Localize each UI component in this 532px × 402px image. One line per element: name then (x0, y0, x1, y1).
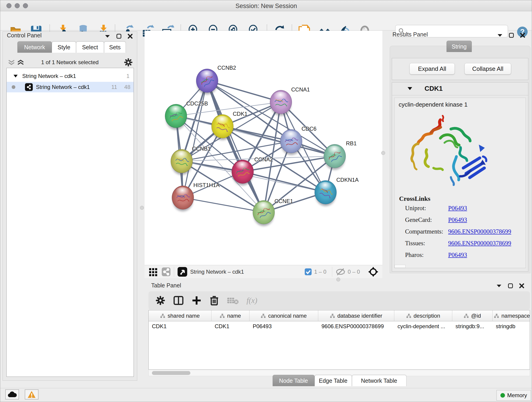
network-canvas[interactable]: CCNB2CCNA1CDC25BCDK1CDC6RB1CCNB1CCNA2CDK… (145, 31, 382, 265)
node-gloss (174, 151, 188, 159)
statusbar-separator (174, 267, 174, 277)
column-header-description[interactable]: description (394, 310, 452, 321)
cloud-tasks-button[interactable] (5, 389, 19, 400)
results-panel-title: Results Panel (393, 31, 428, 38)
crosslink-label: Pharos: (405, 251, 424, 259)
column-header-label: name (227, 313, 241, 319)
node-CDK1[interactable] (211, 114, 234, 138)
node-CCNB1[interactable] (171, 149, 193, 173)
table-row[interactable]: CDK1CDK1P064939606.ENSP00000378699cyclin… (149, 321, 530, 332)
memory-button[interactable]: Memory (496, 390, 531, 401)
node-CDC25B[interactable] (165, 104, 187, 128)
network-selected-text: 1 of 1 Network selected (3, 59, 137, 65)
tab-network-table[interactable]: Network Table (352, 375, 406, 386)
cytoscape-window: Session: New Session (0, 0, 532, 402)
node-HIST1H1A[interactable] (172, 186, 194, 210)
panel-menu-icon[interactable] (497, 33, 503, 38)
warnings-button[interactable] (25, 389, 38, 400)
birds-eye-icon[interactable] (368, 266, 379, 277)
tree-expand-icon[interactable] (13, 74, 18, 78)
column-header-database-identifier[interactable]: database identifier (318, 310, 394, 321)
crosslink-link[interactable]: P06493 (448, 205, 467, 212)
crosslinks-title: CrossLinks (399, 195, 430, 202)
close-panel-icon[interactable] (520, 32, 525, 38)
panel-menu-icon[interactable] (496, 283, 502, 288)
table-cell[interactable]: stringdb (493, 321, 530, 332)
network-collection-row[interactable]: String Network – cdk1 1 (7, 71, 133, 81)
network-view-statusbar: String Network – cdk1 1 – 0 0 – 0 (145, 265, 382, 278)
expand-all-button[interactable]: Expand All (409, 63, 455, 75)
tab-edge-table[interactable]: Edge Table (315, 375, 352, 386)
tab-string[interactable]: String (447, 41, 472, 52)
left-splitter-handle[interactable] (140, 206, 144, 210)
table-cell[interactable]: 9606.ENSP00000378699 (318, 321, 394, 332)
node-CCNA1[interactable] (270, 90, 292, 114)
delete-column-icon[interactable] (209, 295, 219, 306)
main-toolbar: ? (0, 11, 532, 31)
close-panel-icon[interactable] (519, 283, 525, 288)
node-RB1[interactable] (324, 144, 346, 168)
gene-box-scrollbar[interactable] (394, 265, 405, 268)
grid-view-icon[interactable] (149, 267, 158, 276)
node-CCNB2[interactable] (196, 69, 218, 93)
gene-header-row[interactable]: CDK1 (392, 83, 528, 95)
tab-select[interactable]: Select (76, 41, 104, 53)
crosslink-link[interactable]: 9606.ENSP00000378699 (448, 228, 511, 235)
hidden-eye-icon[interactable] (336, 268, 346, 276)
table-cell[interactable]: CDK1 (149, 321, 211, 332)
selected-checkbox-icon[interactable] (304, 268, 312, 275)
right-splitter-handle[interactable] (381, 151, 385, 155)
column-header-label: shared name (167, 313, 200, 319)
node-table[interactable]: shared namenamecanonical namedatabase id… (148, 310, 530, 370)
column-header-@id[interactable]: @id (452, 310, 493, 321)
tab-node-table[interactable]: Node Table (273, 375, 315, 386)
float-panel-icon[interactable] (509, 33, 514, 38)
detach-view-icon[interactable] (177, 267, 187, 277)
node-label-CDK1: CDK1 (233, 111, 247, 117)
collapse-gene-icon[interactable] (407, 87, 413, 91)
node-gloss (176, 187, 189, 196)
panel-menu-icon[interactable] (104, 34, 110, 38)
node-CDC6[interactable] (280, 129, 302, 153)
node-CCNE1[interactable] (253, 200, 275, 224)
crosslink-link[interactable]: P06493 (448, 216, 467, 223)
column-type-icon (261, 313, 266, 318)
table-gear-icon[interactable] (155, 295, 165, 306)
tab-style[interactable]: Style (52, 41, 76, 53)
tab-network[interactable]: Network (17, 41, 52, 53)
collapse-all-button[interactable]: Collapse All (464, 63, 511, 75)
close-panel-icon[interactable] (127, 33, 133, 39)
table-cell[interactable]: P06493 (249, 321, 318, 332)
string-network-icon (25, 83, 33, 91)
column-header-shared-name[interactable]: shared name (149, 310, 211, 321)
crosslink-label: GeneCard: (405, 216, 432, 223)
warning-icon (27, 390, 36, 398)
column-type-icon (494, 313, 499, 318)
column-type-icon (220, 313, 225, 318)
table-cell[interactable]: CDK1 (211, 321, 249, 332)
gear-icon[interactable] (124, 58, 133, 67)
crosslink-link[interactable]: 9606.ENSP00000378699 (448, 240, 511, 247)
crosslink-link[interactable]: P06493 (448, 251, 467, 259)
statusbar-separator (332, 267, 332, 277)
network-row-selected[interactable]: String Network – cdk1 11 48 (7, 82, 133, 92)
show-columns-icon[interactable] (173, 295, 184, 306)
tab-sets[interactable]: Sets (104, 41, 126, 53)
column-header-name[interactable]: name (211, 310, 249, 321)
float-panel-icon[interactable] (116, 34, 121, 39)
column-header-namespace[interactable]: namespace (493, 310, 530, 321)
edge-CDK1-RB1 (222, 126, 335, 156)
table-cell[interactable]: cyclin-dependent ... (394, 321, 452, 332)
node-CDKN1A[interactable] (315, 180, 336, 204)
crosslink-label: Tissues: (405, 240, 425, 247)
memory-status-dot (500, 393, 505, 398)
network-edges (145, 31, 382, 265)
table-hscrollbar-thumb[interactable] (152, 371, 190, 375)
column-header-canonical-name[interactable]: canonical name (249, 310, 318, 321)
bottom-splitter-handle[interactable] (336, 278, 340, 281)
float-panel-icon[interactable] (508, 283, 513, 288)
add-column-icon[interactable] (191, 295, 202, 306)
node-CCNA2[interactable] (232, 160, 254, 184)
share-view-icon[interactable] (162, 267, 171, 276)
table-cell[interactable]: stringdb:9... (452, 321, 493, 332)
